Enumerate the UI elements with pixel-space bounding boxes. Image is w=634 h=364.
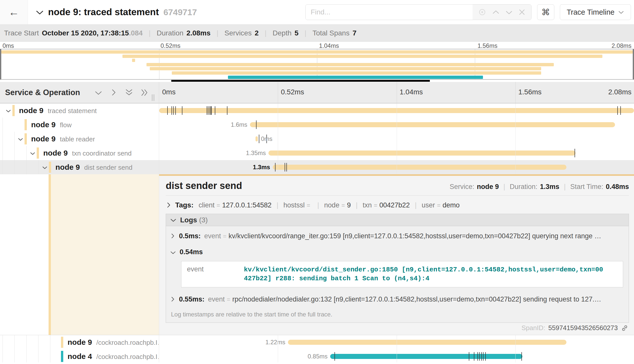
locate-icon[interactable] [478,8,487,16]
minimap-tick: 1.04ms [319,42,339,49]
span-tree-cell[interactable]: node 9flow [0,118,159,132]
span-toggle-chevron-icon[interactable] [42,165,48,170]
span-timeline-cell[interactable]: 1.22ms [159,335,634,349]
span-timeline-cell[interactable]: 1.3ms [159,160,634,174]
log-entry-row[interactable]: 0.54ms [170,248,625,256]
detail-overview-item: Duration:1.3ms [510,183,559,191]
span-row[interactable]: node 9txn coordinator send 1.35ms [0,146,634,160]
collapse-one-icon[interactable] [94,89,102,96]
column-resize-handle[interactable] [152,94,155,101]
service-color-bar [37,147,39,159]
page-title: node 9: traced statement [48,7,159,17]
span-detail-row: dist sender send Service:node 9|Duration… [0,174,634,335]
span-duration-bar[interactable] [250,122,615,127]
span-tree-cell[interactable]: node 9traced statement [0,103,159,118]
span-row[interactable]: node 9flow 1.6ms [0,118,634,132]
span-name: node 9txn coordinator send [43,146,132,161]
span-row[interactable]: node 9traced statement [0,103,634,118]
span-tree-cell[interactable]: node 9txn coordinator send [0,146,159,160]
span-row[interactable]: node 9/cockroach.roachpb.I… 1.22ms [0,335,634,349]
span-duration-label: 1.3ms [253,160,270,174]
span-timeline-cell[interactable]: 1.35ms [159,146,634,160]
chevron-down-icon [170,250,176,255]
span-row[interactable]: node 4/cockroach.roachpb.I… 0.85ms [0,349,634,362]
span-row[interactable]: node 9dist sender send 1.3ms [0,160,634,174]
back-arrow-icon: ← [9,6,19,18]
chevron-right-icon [170,233,176,239]
log-marker-tick [227,106,227,115]
chevron-right-icon [170,296,176,302]
summary-item: Trace StartOctober 15 2020, 17:38:15.084 [4,29,143,37]
span-tree-cell[interactable]: node 9dist sender send [0,160,159,174]
trace-view-dropdown[interactable]: Trace Timeline [560,4,631,20]
log-field-row: event kv/kvclient/kvcoord/dist_sender.go… [181,261,623,287]
find-input[interactable] [306,5,473,20]
log-marker-tick [477,352,478,361]
span-timeline-cell[interactable] [159,103,634,118]
service-color-bar [49,162,51,173]
keyboard-shortcuts-button[interactable]: ⌘ [537,4,554,20]
ruler-tick: 1.04ms [400,88,423,96]
span-duration-bar[interactable] [330,354,522,359]
span-name: node 9dist sender send [55,160,132,176]
minimap-span-bar [172,71,541,75]
ruler-gridline [515,82,516,103]
log-marker-tick [167,106,168,115]
minimap-tick: 0.52ms [161,42,181,49]
timeline-header-row: Service & Operation 0ms0.52ms1.04ms1.56m… [0,82,634,103]
span-toggle-chevron-icon[interactable] [6,109,11,113]
prev-result-icon[interactable] [492,9,500,15]
span-timeline-cell[interactable]: 0.85ms [159,349,634,362]
summary-item: Services2 [224,29,259,37]
span-timeline-cell[interactable]: 1.6ms [159,118,634,132]
log-marker-tick [208,106,208,115]
minimap-span-bar [146,63,554,66]
log-marker-tick [259,135,259,143]
span-duration-bar[interactable] [268,151,576,156]
detail-span-title: dist sender send [166,180,242,191]
minimap-span-bar [1,50,633,54]
minimap-canvas[interactable] [0,49,634,80]
back-button[interactable]: ← [0,0,28,24]
collapse-trace-chevron-icon[interactable] [35,9,44,15]
span-toggle-chevron-icon[interactable] [18,137,23,141]
log-marker-tick [173,106,174,115]
deep-link-icon[interactable] [621,324,628,332]
span-duration-bar[interactable] [288,340,567,345]
log-marker-tick [285,163,285,172]
span-row[interactable]: node 9table reader 0ms [0,132,634,146]
log-entry-row[interactable]: 0.5ms:event=kv/kvclient/kvcoord/range_it… [170,232,625,240]
next-result-icon[interactable] [505,9,513,15]
expand-all-icon[interactable] [141,89,149,97]
ruler-tick: 1.56ms [518,88,542,96]
log-field-value: kv/kvclient/kvcoord/dist_sender.go:1850 … [244,265,603,283]
span-duration-bar[interactable] [159,108,634,113]
span-duration-bar[interactable] [273,165,567,170]
collapse-all-icon[interactable] [125,89,133,97]
ruler-tick: 2.08ms [608,88,631,96]
summary-item: Depth5 [273,29,299,37]
summary-separator: | [305,29,306,37]
log-marker-tick [286,163,287,172]
tags-accordion[interactable]: Tags:client=127.0.0.1:54582|hostssl=|nod… [166,201,629,209]
log-marker-tick [334,352,335,361]
span-duration-bar[interactable] [256,136,258,141]
span-tree-cell[interactable]: node 4/cockroach.roachpb.I… [0,349,159,362]
clear-search-icon[interactable] [518,8,526,16]
span-rows-area: node 9traced statement node 9flow 1.6ms … [0,103,634,362]
expand-one-icon[interactable] [110,89,117,96]
span-tree-cell[interactable]: node 9/cockroach.roachpb.I… [0,335,159,349]
span-toggle-chevron-icon[interactable] [30,151,35,156]
trace-timeline-page: ← node 9: traced statement 6749717 ⌘ Tra… [0,0,634,364]
span-timeline-cell[interactable]: 0ms [159,132,634,146]
trace-summary-bar: Trace StartOctober 15 2020, 17:38:15.084… [0,25,634,42]
span-name: node 9traced statement [19,103,97,119]
span-tree-cell[interactable]: node 9table reader [0,132,159,146]
log-marker-tick [521,352,522,361]
log-entry-row[interactable]: 0.55ms:event=rpc/nodedialer/nodedialer.g… [170,295,625,303]
ruler-gridline [397,82,397,103]
trace-title-group: node 9: traced statement 6749717 [35,7,305,17]
minimap-scrollbar[interactable] [171,80,430,82]
logs-header[interactable]: Logs(3) [166,214,629,226]
span-name: node 4/cockroach.roachpb.I… [68,349,159,362]
